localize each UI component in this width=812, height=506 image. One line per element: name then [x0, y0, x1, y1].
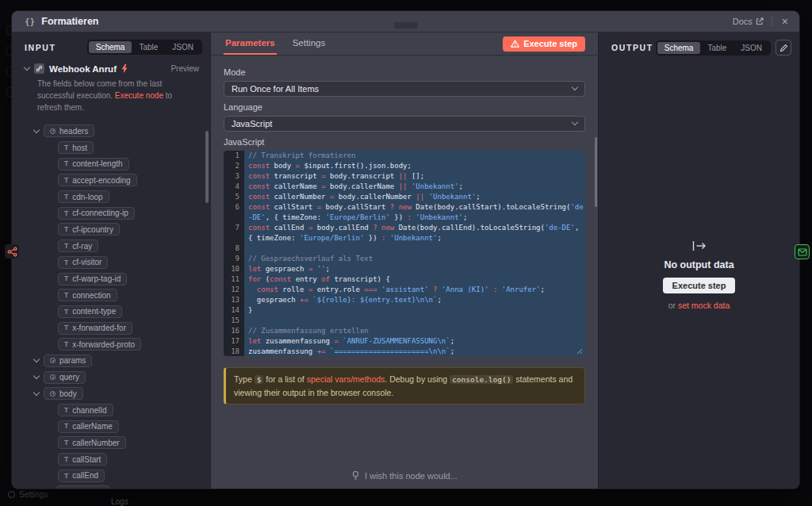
- schema-pill[interactable]: Tcf-ipcountry: [58, 223, 120, 236]
- schema-pill[interactable]: headers: [44, 125, 94, 137]
- code-line[interactable]: 4const callerName = body.callerName || '…: [224, 182, 585, 192]
- schema-field-cf-connecting-ip[interactable]: Tcf-connecting-ip: [12, 205, 210, 221]
- drag-handle[interactable]: [394, 22, 418, 29]
- chevron-down-icon[interactable]: [46, 488, 52, 489]
- code-line[interactable]: 13 gespraech += `${rolle}: ${entry.text}…: [224, 295, 585, 305]
- node-title[interactable]: Formatieren: [41, 16, 98, 27]
- code-line[interactable]: 1// Transkript formatieren: [224, 151, 585, 161]
- code-line[interactable]: 3const transcript = body.transcript || […: [224, 171, 585, 182]
- schema-pill[interactable]: TcallStart: [58, 453, 107, 466]
- code-line[interactable]: 10let gespraech = '';: [224, 264, 585, 274]
- schema-field-callerNumber[interactable]: TcallerNumber: [12, 435, 210, 451]
- tab-schema[interactable]: Schema: [89, 41, 132, 53]
- tab-schema[interactable]: Schema: [657, 42, 701, 54]
- code-line[interactable]: 2const body = $input.first().json.body;: [224, 161, 585, 171]
- tab-settings[interactable]: Settings: [291, 33, 327, 55]
- schema-pill[interactable]: Thost: [58, 141, 94, 154]
- code-line[interactable]: 5const callerNumber = body.callerNumber …: [224, 192, 585, 202]
- schema-pill[interactable]: TchannelId: [58, 404, 113, 416]
- code-editor[interactable]: 1// Transkript formatieren2const body = …: [224, 151, 585, 356]
- schema-pill[interactable]: Tx-forwarded-for: [58, 322, 132, 335]
- code-line[interactable]: 18zusammenfassung += `==================…: [224, 347, 585, 356]
- schema-pill[interactable]: Tcf-warp-tag-id: [58, 273, 127, 286]
- schema-pill[interactable]: TcallerNumber: [58, 436, 126, 449]
- schema-pill[interactable]: query: [44, 371, 86, 384]
- chevron-down-icon[interactable]: [33, 356, 40, 362]
- wish-feedback-link[interactable]: I wish this node would...: [211, 470, 598, 481]
- input-scrollbar[interactable]: [205, 131, 209, 203]
- schema-field-callEnd[interactable]: TcallEnd: [12, 467, 210, 484]
- schema-pill[interactable]: Taccept-encoding: [58, 174, 137, 186]
- schema-field-channelId[interactable]: TchannelId: [12, 402, 210, 419]
- schema-field-callerName[interactable]: TcallerName: [12, 418, 210, 435]
- schema-field-headers[interactable]: headers: [12, 123, 210, 140]
- mode-select[interactable]: Run Once for All Items: [224, 81, 585, 97]
- code-line[interactable]: 14}: [224, 305, 585, 316]
- schema-field-transcript[interactable]: ≡transcript: [12, 484, 210, 489]
- chevron-down-icon[interactable]: [24, 64, 30, 71]
- schema-field-content-length[interactable]: Tcontent-length: [12, 155, 210, 172]
- language-select[interactable]: JavaScript: [224, 116, 585, 132]
- edit-output-button[interactable]: [776, 40, 791, 56]
- schema-pill[interactable]: ≡transcript: [56, 485, 109, 489]
- schema-pill[interactable]: TcallerName: [58, 420, 119, 433]
- tab-parameters[interactable]: Parameters: [224, 33, 277, 55]
- code-line[interactable]: 6const callStart = body.callStart ? new …: [224, 202, 585, 223]
- schema-field-cf-ipcountry[interactable]: Tcf-ipcountry: [12, 221, 210, 238]
- chevron-down-icon[interactable]: [33, 389, 40, 396]
- code-line[interactable]: 11for (const entry of transcript) {: [224, 274, 585, 285]
- schema-pill[interactable]: Tcdn-loop: [58, 190, 109, 203]
- inline-link[interactable]: Execute node: [115, 91, 163, 100]
- schema-pill[interactable]: Tcf-connecting-ip: [58, 207, 135, 220]
- schema-field-x-forwarded-proto[interactable]: Tx-forwarded-proto: [12, 336, 210, 353]
- schema-pill[interactable]: body: [44, 387, 83, 400]
- mock-data-envelope-icon[interactable]: [795, 244, 810, 259]
- main-panel-scrollbar[interactable]: [595, 137, 597, 207]
- input-source-node-row[interactable]: Webhook Anruf Preview: [12, 59, 210, 75]
- code-line[interactable]: 16// Zusammenfassung erstellen: [224, 326, 585, 336]
- schema-field-host[interactable]: Thost: [12, 140, 210, 156]
- code-line[interactable]: 17let zusammenfassung = `ANRUF-ZUSAMMENF…: [224, 336, 585, 347]
- tab-json[interactable]: JSON: [165, 41, 201, 53]
- schema-pill[interactable]: Tconnection: [58, 289, 117, 301]
- tab-table[interactable]: Table: [132, 41, 165, 53]
- schema-field-params[interactable]: params: [12, 353, 210, 370]
- schema-pill[interactable]: Tcontent-type: [58, 305, 122, 318]
- schema-pill[interactable]: Tcontent-length: [58, 158, 129, 171]
- node-input-connector-icon[interactable]: [5, 244, 19, 259]
- settings-menu-item[interactable]: Settings: [8, 490, 48, 499]
- output-execute-step-button[interactable]: Execute step: [663, 278, 736, 293]
- schema-pill[interactable]: TcallEnd: [58, 470, 105, 482]
- schema-field-accept-encoding[interactable]: Taccept-encoding: [12, 172, 210, 189]
- schema-pill[interactable]: Tcf-ray: [58, 240, 98, 252]
- docs-link[interactable]: Docs: [733, 17, 764, 26]
- schema-field-x-forwarded-for[interactable]: Tx-forwarded-for: [12, 320, 210, 336]
- schema-field-connection[interactable]: Tconnection: [12, 287, 210, 304]
- schema-field-cf-visitor[interactable]: Tcf-visitor: [12, 255, 210, 271]
- chevron-down-icon[interactable]: [33, 127, 40, 133]
- logs-label[interactable]: Logs: [111, 497, 128, 506]
- inline-link[interactable]: special vars/methods: [307, 374, 385, 384]
- schema-field-cdn-loop[interactable]: Tcdn-loop: [12, 189, 210, 205]
- schema-field-body[interactable]: body: [12, 385, 210, 402]
- code-line[interactable]: 15: [224, 316, 585, 326]
- code-line[interactable]: 7const callEnd = body.callEnd ? new Date…: [224, 223, 585, 243]
- schema-pill[interactable]: params: [44, 355, 92, 367]
- schema-field-cf-ray[interactable]: Tcf-ray: [12, 238, 210, 255]
- code-line[interactable]: 12 const rolle = entry.role === 'assista…: [224, 285, 585, 295]
- set-mock-data-link[interactable]: set mock data: [678, 301, 730, 310]
- schema-field-query[interactable]: query: [12, 369, 210, 385]
- schema-pill[interactable]: Tx-forwarded-proto: [58, 338, 141, 351]
- schema-field-callStart[interactable]: TcallStart: [12, 451, 210, 468]
- schema-pill[interactable]: Tcf-visitor: [58, 256, 108, 269]
- tab-json[interactable]: JSON: [733, 42, 769, 54]
- schema-field-content-type[interactable]: Tcontent-type: [12, 304, 210, 320]
- source-node-name[interactable]: Webhook Anruf: [49, 64, 117, 74]
- tab-table[interactable]: Table: [700, 42, 733, 54]
- execute-step-button[interactable]: Execute step: [503, 36, 585, 52]
- chevron-down-icon[interactable]: [33, 373, 40, 379]
- close-icon[interactable]: ×: [780, 16, 790, 27]
- schema-field-cf-warp-tag-id[interactable]: Tcf-warp-tag-id: [12, 270, 210, 287]
- code-line[interactable]: 8: [224, 243, 585, 254]
- code-line[interactable]: 9// Gespraechsverlauf als Text: [224, 254, 585, 264]
